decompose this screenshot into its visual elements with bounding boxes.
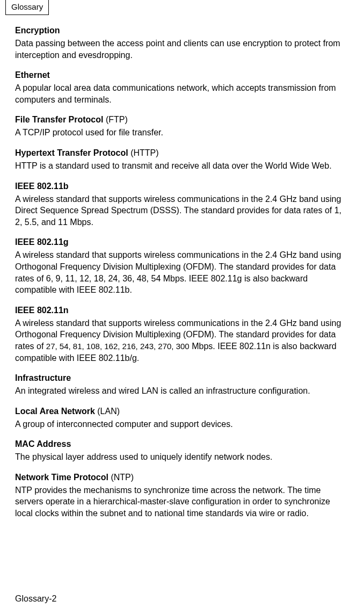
- term-text: Local Area Network: [15, 407, 95, 416]
- term-definition: A group of interconnected computer and s…: [15, 418, 349, 430]
- term-abbr: (NTP): [108, 473, 134, 482]
- glossary-entry: Infrastructure An integrated wireless an…: [15, 373, 349, 397]
- term-text: Ethernet: [15, 70, 50, 79]
- term-heading: IEEE 802.11n: [15, 306, 349, 315]
- term-text: MAC Address: [15, 439, 71, 448]
- glossary-entry: MAC Address The physical layer address u…: [15, 439, 349, 463]
- glossary-entry: Network Time Protocol (NTP) NTP provides…: [15, 473, 349, 519]
- term-heading: Network Time Protocol (NTP): [15, 473, 349, 482]
- term-text: Network Time Protocol: [15, 473, 108, 482]
- term-abbr: (LAN): [95, 407, 120, 416]
- term-definition: The physical layer address used to uniqu…: [15, 451, 349, 463]
- term-heading: MAC Address: [15, 439, 349, 449]
- term-definition: HTTP is a standard used to transmit and …: [15, 160, 349, 172]
- term-definition: A TCP/IP protocol used for file transfer…: [15, 127, 349, 139]
- term-heading: IEEE 802.11g: [15, 237, 349, 247]
- term-text: IEEE 802.11g: [15, 237, 69, 247]
- term-definition: A wireless standard that supports wirele…: [15, 193, 349, 228]
- term-abbr: (FTP): [103, 115, 127, 124]
- term-text: Hypertext Transfer Protocol: [15, 148, 128, 157]
- term-text: IEEE 802.11n: [15, 306, 69, 315]
- glossary-entry: IEEE 802.11n A wireless standard that su…: [15, 306, 349, 364]
- term-text: Encryption: [15, 26, 60, 35]
- term-heading: IEEE 802.11b: [15, 182, 349, 191]
- term-heading: Hypertext Transfer Protocol (HTTP): [15, 148, 349, 158]
- page-number: Glossary-2: [15, 594, 56, 604]
- glossary-content: Encryption Data passing between the acce…: [0, 15, 364, 519]
- term-abbr: (HTTP): [128, 148, 159, 157]
- term-heading: Encryption: [15, 26, 349, 35]
- term-definition: Data passing between the access point an…: [15, 38, 349, 61]
- glossary-entry: Ethernet A popular local area data commu…: [15, 70, 349, 105]
- glossary-entry: IEEE 802.11g A wireless standard that su…: [15, 237, 349, 295]
- term-heading: Ethernet: [15, 70, 349, 80]
- term-text: IEEE 802.11b: [15, 182, 69, 191]
- term-heading: File Transfer Protocol (FTP): [15, 115, 349, 125]
- glossary-entry: File Transfer Protocol (FTP) A TCP/IP pr…: [15, 115, 349, 139]
- term-definition: NTP provides the mechanisms to synchroni…: [15, 484, 349, 519]
- term-definition: A wireless standard that supports wirele…: [15, 249, 349, 295]
- glossary-entry: Encryption Data passing between the acce…: [15, 26, 349, 61]
- term-heading: Infrastructure: [15, 373, 349, 383]
- term-definition: A popular local area data communications…: [15, 82, 349, 105]
- section-tab: Glossary: [5, 0, 49, 15]
- term-heading: Local Area Network (LAN): [15, 407, 349, 416]
- term-definition: An integrated wireless and wired LAN is …: [15, 385, 349, 397]
- glossary-entry: Local Area Network (LAN) A group of inte…: [15, 407, 349, 430]
- glossary-entry: Hypertext Transfer Protocol (HTTP) HTTP …: [15, 148, 349, 172]
- term-text: File Transfer Protocol: [15, 115, 103, 124]
- definition-rates: 27, 54, 81, 108, 162, 216, 243, 270, 300: [46, 342, 190, 351]
- term-text: Infrastructure: [15, 373, 71, 382]
- glossary-entry: IEEE 802.11b A wireless standard that su…: [15, 182, 349, 228]
- term-definition: A wireless standard that supports wirele…: [15, 317, 349, 364]
